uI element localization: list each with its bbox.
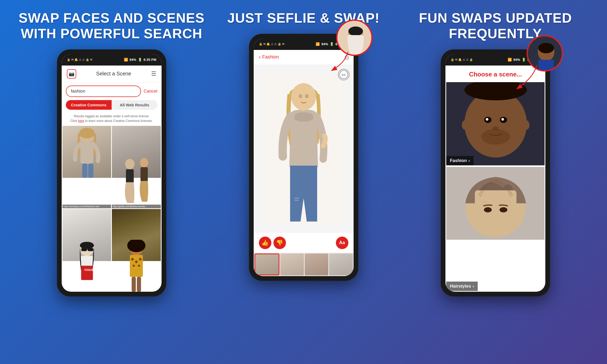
svg-point-54 (462, 120, 468, 130)
arrow-2 (324, 49, 356, 76)
status-bar-1: 🔒✉🔔⚠⚠🔒✉ 📶 94% 🔋 6:35 PM (62, 54, 162, 66)
thumb-1[interactable] (254, 254, 280, 275)
svg-point-24 (138, 265, 140, 267)
section-3: FUN SWAPS UPDATEDFREQUENTLY (399, 10, 591, 296)
thumb-3[interactable] (305, 254, 328, 275)
status-icons-1: 🔒✉🔔⚠⚠🔒✉ (67, 58, 92, 61)
fashion-arrow-icon: › (468, 158, 470, 163)
svg-point-55 (523, 120, 529, 130)
svg-point-59 (484, 207, 492, 212)
thumb-4[interactable] (329, 254, 353, 275)
toggle-row: Creative Commons All Web Results (62, 100, 162, 112)
battery-icon-1: 🔋 (138, 58, 142, 62)
scene-card-hairstyles[interactable]: Hairstyles › (446, 167, 545, 291)
text-size-button[interactable]: Aa (336, 237, 348, 249)
thumbdown-button[interactable]: 👎 (273, 237, 286, 249)
svg-text:VOGUE: VOGUE (84, 269, 94, 271)
svg-rect-3 (82, 164, 87, 178)
camera-icon-wrap[interactable]: 📷 (67, 69, 76, 79)
battery-3: 94% (513, 58, 520, 62)
creative-commons-toggle[interactable]: Creative Commons (66, 100, 112, 110)
license-text: Results tagged as available under a self… (62, 112, 162, 126)
grid-cell-1[interactable]: https://pixabay.com/en/fashion-wor (62, 126, 111, 209)
svg-point-36 (305, 94, 309, 98)
back-button[interactable]: ‹ Fashion (259, 54, 279, 61)
license-text-1: Results tagged as available under a self… (74, 114, 149, 118)
svg-point-34 (291, 83, 316, 110)
svg-rect-15 (81, 266, 93, 280)
svg-rect-26 (137, 277, 141, 292)
battery-percent-1: 94% (130, 58, 136, 62)
camera-icon: 📷 (69, 71, 74, 77)
svg-rect-4 (88, 164, 93, 178)
status-right-1: 📶 94% 🔋 6:35 PM (124, 58, 156, 62)
svg-point-60 (500, 207, 507, 212)
svg-point-20 (131, 258, 134, 261)
fashion-main-figure (262, 73, 345, 224)
svg-point-38 (293, 112, 314, 122)
hairstyles-arrow-icon: › (472, 284, 474, 289)
back-label: Fashion (262, 54, 279, 60)
header-title-1: Select a Scene (96, 71, 131, 77)
grid-cell-2[interactable]: http://girldir.com/fashion-trends... (112, 126, 161, 209)
scene-card-fashion[interactable]: Fashion › (446, 82, 545, 165)
all-web-results-toggle[interactable]: All Web Results (112, 100, 157, 110)
battery-2: 94% (321, 42, 328, 46)
license-link[interactable]: here (78, 119, 84, 123)
wifi-icon-1: 📶 (124, 58, 128, 62)
arrow-3 (511, 62, 545, 95)
svg-point-22 (139, 258, 142, 261)
back-chevron-icon: ‹ (259, 54, 261, 61)
svg-point-14 (80, 242, 94, 249)
image-grid: https://pixabay.com/en/fashion-wor (62, 126, 162, 292)
thumbnail-strip (254, 253, 354, 276)
svg-point-23 (133, 265, 135, 267)
search-input[interactable] (66, 86, 141, 97)
grid-cell-3[interactable]: VOGUE (62, 209, 111, 292)
svg-rect-25 (132, 277, 136, 292)
svg-point-29 (348, 27, 363, 36)
section-1-title: SWAP FACES AND SCENESWITH POWERFUL SEARC… (19, 10, 205, 42)
url-overlay-1: https://pixabay.com/en/fashion-wor (62, 205, 111, 208)
svg-point-21 (135, 261, 138, 263)
main-fashion-image: cc (254, 65, 354, 233)
svg-point-50 (501, 118, 504, 121)
section-2-phone-wrap: 🔒✉🔔⚠⚠🔒✉ 📶 94% 🔋 6:35 PM ‹ (249, 34, 358, 281)
url-overlay-2: http://girldir.com/fashion-trends... (112, 205, 161, 208)
app3-content: Choose a scene... (445, 66, 545, 292)
svg-point-49 (486, 118, 488, 121)
phone-inner-1: 🔒✉🔔⚠⚠🔒✉ 📶 94% 🔋 6:35 PM 📷 Se (62, 54, 162, 292)
thumbup-button[interactable]: 👍 (259, 237, 271, 249)
svg-point-18 (127, 240, 145, 252)
svg-rect-58 (475, 190, 516, 206)
page-wrapper: SWAP FACES AND SCENESWITH POWERFUL SEARC… (0, 0, 607, 364)
svg-point-5 (125, 159, 135, 169)
cancel-button[interactable]: Cancel (144, 89, 157, 94)
grid-cell-4[interactable] (112, 209, 161, 292)
thumb-2[interactable] (280, 254, 304, 275)
app-header-1: 📷 Select a Scene ☰ (62, 66, 162, 82)
svg-point-43 (538, 43, 554, 53)
svg-point-52 (481, 129, 510, 145)
svg-point-1 (79, 128, 95, 138)
hairstyles-scene-label: Hairstyles › (446, 282, 478, 291)
menu-icon-1[interactable]: ☰ (151, 70, 156, 77)
section-3-phone-wrap: 🔒✉🔔⚠⚠🔒 📶 94% 🔋 6:35 PM Choose a scene... (441, 49, 550, 296)
fashion-scene-label: Fashion › (446, 156, 474, 165)
svg-rect-2 (80, 143, 93, 164)
phone-frame-1: 🔒✉🔔⚠⚠🔒✉ 📶 94% 🔋 6:35 PM 📷 Se (57, 49, 166, 296)
svg-point-7 (140, 158, 148, 167)
time-1: 6:35 PM (144, 58, 156, 62)
search-row: Cancel (62, 82, 162, 100)
action-bar: 👍 👎 Aa (254, 233, 354, 253)
vote-buttons: 👍 👎 (259, 237, 286, 249)
section-2: JUST SEFLIE & SWAP! (208, 10, 400, 281)
svg-point-35 (299, 94, 302, 98)
section-1: SWAP FACES AND SCENESWITH POWERFUL SEARC… (16, 10, 208, 296)
